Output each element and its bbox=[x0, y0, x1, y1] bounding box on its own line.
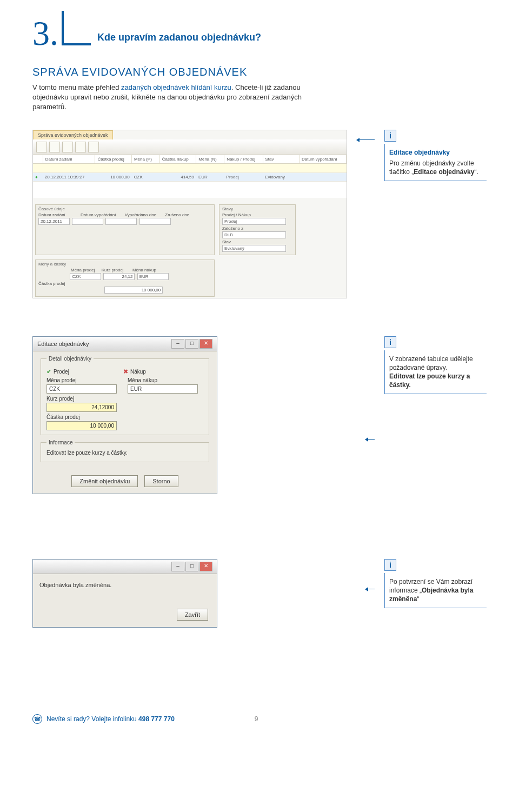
arrow-line bbox=[365, 439, 375, 440]
arrow-line bbox=[357, 139, 375, 140]
amount-input[interactable]: 10 000,00 bbox=[46, 421, 117, 430]
info-icon: i bbox=[384, 336, 396, 348]
toolbar-icon[interactable] bbox=[49, 142, 60, 152]
info-box: V zobrazené tabulce udělejte požadované … bbox=[384, 350, 487, 395]
submit-change-button[interactable]: Změnit objednávku bbox=[71, 475, 138, 487]
dialog-title: Editace objednávky – □ ✕ bbox=[33, 337, 217, 351]
window-tab: Správa evidovaných objednávek bbox=[33, 130, 113, 139]
filter-row[interactable] bbox=[33, 164, 347, 173]
date-input[interactable]: 20.12.2011 bbox=[38, 218, 70, 225]
grid-header: Datum zadání Částka prodej Měna (P) Část… bbox=[33, 155, 347, 164]
page-number: 9 bbox=[255, 715, 258, 723]
radio-prodej[interactable]: ✔Prodej bbox=[46, 368, 69, 375]
radio-nakup[interactable]: ✖Nákup bbox=[123, 368, 146, 375]
confirm-message: Objednávka byla změněna. bbox=[33, 574, 217, 604]
close-icon[interactable]: ✕ bbox=[199, 562, 212, 571]
arrow-line bbox=[365, 589, 375, 589]
maximize-icon[interactable]: □ bbox=[185, 562, 198, 571]
info-icon: i bbox=[384, 559, 396, 571]
info-text: Editovat lze pouze kurzy a částky. bbox=[46, 450, 203, 457]
footer: ☎ Nevíte si rady? Volejte infolinku 498 … bbox=[32, 714, 487, 724]
step-number: 3. bbox=[32, 16, 58, 51]
cross-icon: ✖ bbox=[123, 368, 128, 375]
currency-sell-input[interactable]: CZK bbox=[46, 384, 117, 394]
info-fieldset: Informace Editovat lze pouze kurzy a čás… bbox=[41, 440, 209, 462]
toolbar-icon[interactable] bbox=[75, 142, 86, 152]
intro-text: V tomto menu máte přehled zadaných objed… bbox=[32, 83, 335, 112]
step-title: Kde upravím zadanou objednávku? bbox=[97, 32, 261, 43]
screenshot-edit-dialog: Editace objednávky – □ ✕ Detail objednáv… bbox=[32, 336, 217, 494]
toolbar-icon[interactable] bbox=[88, 142, 99, 152]
currency-buy-input[interactable]: EUR bbox=[128, 384, 198, 394]
info-box: Editace objednávky Pro změnu objednávky … bbox=[384, 144, 487, 182]
date-input[interactable] bbox=[139, 218, 171, 225]
phone-icon: ☎ bbox=[32, 714, 42, 724]
cancel-button[interactable]: Storno bbox=[144, 475, 178, 487]
info-icon: i bbox=[384, 130, 396, 142]
table-row[interactable]: ● 20.12.2011 10:39:27 10 000,00 CZK 414,… bbox=[33, 173, 347, 182]
detail-fieldset: Detail objednávky ✔Prodej ✖Nákup Měna pr… bbox=[41, 356, 209, 435]
decoration-bracket bbox=[62, 11, 91, 45]
screenshot-management: Správa evidovaných objednávek Datum zadá… bbox=[32, 130, 347, 298]
screenshot-confirm-dialog: – □ ✕ Objednávka byla změněna. Zavřít bbox=[32, 559, 217, 628]
intro-link[interactable]: zadaných objednávek hlídání kurzu bbox=[121, 83, 231, 91]
toolbar-icon[interactable] bbox=[62, 142, 73, 152]
close-button[interactable]: Zavřít bbox=[177, 609, 208, 621]
info-box: Po potvrzení se Vám zobrazí informace „O… bbox=[384, 573, 487, 609]
dialog-title: – □ ✕ bbox=[33, 560, 217, 574]
subheading: SPRÁVA EVIDOVANÝCH OBJEDNÁVEK bbox=[32, 66, 487, 78]
date-input[interactable] bbox=[72, 218, 103, 225]
toolbar-icon[interactable] bbox=[36, 142, 47, 152]
check-icon: ✔ bbox=[46, 368, 51, 375]
close-icon[interactable]: ✕ bbox=[199, 339, 212, 349]
minimize-icon[interactable]: – bbox=[171, 339, 184, 349]
toolbar bbox=[33, 139, 347, 155]
date-input[interactable] bbox=[105, 218, 137, 225]
rate-input[interactable]: 24,12000 bbox=[46, 403, 117, 412]
minimize-icon[interactable]: – bbox=[171, 562, 184, 571]
maximize-icon[interactable]: □ bbox=[185, 339, 198, 349]
